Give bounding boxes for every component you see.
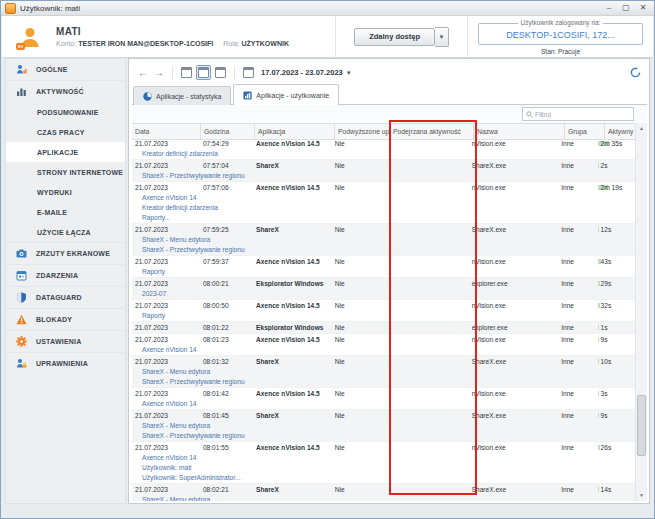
tab-label: Aplikacje - statystyka — [156, 93, 221, 100]
column-header-aplikacja[interactable]: Aplikacja — [255, 124, 335, 139]
sidebar-item-zrzuty-ekranowe[interactable]: ZRZUTY EKRANOWE — [6, 242, 125, 264]
cell-group: Inne — [558, 444, 597, 451]
table-row[interactable]: 21.07.202307:57:04ShareXNie-ShareX.exeIn… — [132, 160, 636, 182]
grid-scrollbar[interactable]: ▲ ▼ — [635, 123, 647, 501]
close-button[interactable]: ✕ — [636, 3, 650, 14]
remote-access-button[interactable]: Zdalny dostęp — [354, 28, 435, 46]
cell-time: 08:01:45 — [200, 412, 253, 419]
tab-label: Aplikacje - użytkowanie — [256, 92, 329, 99]
sidebar-item-czas-pracy[interactable]: CZAS PRACY — [6, 122, 125, 142]
table-row[interactable]: 21.07.202308:01:42Axence nVision 14.5Nie… — [132, 388, 636, 410]
cell-suspicious: - — [386, 358, 469, 365]
tab-usage-icon — [243, 91, 252, 100]
table-row[interactable]: 21.07.202308:01:22Eksplorator WindowsNie… — [132, 322, 636, 334]
cell-app: Axence nVision 14.5 — [253, 258, 332, 265]
sidebar-item-aktywność[interactable]: AKTYWNOŚĆ — [6, 80, 125, 102]
sidebar-item-label: BLOKADY — [36, 316, 72, 323]
camera-icon — [16, 248, 27, 259]
sidebar-item-dataguard[interactable]: DATAGUARD — [6, 286, 125, 308]
grid-rows: 21.07.202307:54:29Axence nVision 14.5Nie… — [132, 138, 636, 501]
table-row[interactable]: 21.07.202307:54:29Axence nVision 14.5Nie… — [132, 138, 636, 160]
cell-time: 07:54:29 — [200, 140, 253, 147]
remote-access-dropdown[interactable]: ▼ — [435, 27, 449, 47]
table-row[interactable]: 21.07.202308:00:21Eksplorator WindowsNie… — [132, 278, 636, 300]
filter-field[interactable] — [522, 107, 634, 121]
table-row[interactable]: 21.07.202308:01:55Axence nVision 14.5Nie… — [132, 442, 636, 484]
column-header-grupa[interactable]: Grupa — [565, 124, 605, 139]
cell-active: 29s — [598, 280, 636, 287]
filter-input[interactable] — [533, 110, 630, 119]
sidebar-item-zdarzenia[interactable]: ZDARZENIA — [6, 264, 125, 286]
sidebar-item-użycie-łącza[interactable]: UŻYCIE ŁĄCZA — [6, 222, 125, 242]
sidebar-item-strony-internetowe[interactable]: STRONY INTERNETOWE — [6, 162, 125, 182]
cell-active: 10s — [598, 358, 636, 365]
back-arrow-icon[interactable]: ← — [138, 66, 148, 80]
cell-app: Axence nVision 14.5 — [253, 336, 332, 343]
cell-active: 9s — [598, 336, 636, 343]
refresh-icon[interactable] — [630, 67, 641, 78]
sidebar-item-aplikacje[interactable]: APLIKACJE — [6, 142, 125, 162]
tab-aplikacje-użytkowanie[interactable]: Aplikacje - użytkowanie — [233, 84, 339, 105]
sidebar-item-uprawnienia[interactable]: UPRAWNIENIA — [6, 352, 125, 374]
window-title-subline: ShareX - Menu edytora — [132, 495, 636, 501]
sidebar-item-podsumowanie[interactable]: PODSUMOWANIE — [6, 102, 125, 122]
window-title-subline: Axence nVision 14 — [132, 399, 636, 409]
forward-arrow-icon[interactable]: → — [154, 66, 164, 80]
applications-grid: DataGodzinaAplikacjaPodwyższone uprawnie… — [132, 105, 647, 501]
column-header-podwyższone-uprawnienia[interactable]: Podwyższone uprawnienia — [335, 124, 390, 139]
cell-suspicious: - — [386, 336, 469, 343]
cell-name: nVision.exe — [469, 258, 559, 265]
tab-aplikacje-statystyka[interactable]: Aplikacje - statystyka — [133, 86, 231, 105]
date-range[interactable]: 17.07.2023 - 23.07.2023 — [261, 68, 343, 77]
cell-name: nVision.exe — [469, 336, 559, 343]
user-lock-icon — [16, 358, 27, 369]
cell-name: explorer.exe — [469, 280, 559, 287]
maximize-button[interactable]: ▢ — [619, 3, 633, 14]
date-range-caret-icon[interactable]: ▼ — [346, 70, 352, 76]
role-value: UŻYTKOWNIK — [242, 40, 289, 47]
table-row[interactable]: 21.07.202307:57:06Axence nVision 14.5Nie… — [132, 182, 636, 224]
table-row[interactable]: 21.07.202307:59:25ShareXNie-ShareX.exeIn… — [132, 224, 636, 256]
activity-bar — [598, 413, 599, 418]
cell-date: 21.07.2023 — [132, 390, 200, 397]
table-row[interactable]: 21.07.202307:59:37Axence nVision 14.5Nie… — [132, 256, 636, 278]
date-range-calendar-icon[interactable] — [241, 65, 256, 80]
sidebar-item-ogólne[interactable]: OGÓLNE — [6, 59, 125, 80]
cell-group: Inne — [558, 324, 597, 331]
column-header-data[interactable]: Data — [132, 124, 201, 139]
cell-name: explorer.exe — [469, 324, 559, 331]
table-row[interactable]: 21.07.202308:01:23Axence nVision 14.5Nie… — [132, 334, 636, 356]
table-row[interactable]: 21.07.202308:01:32ShareXNie-ShareX.exeIn… — [132, 356, 636, 388]
column-header-godzina[interactable]: Godzina — [201, 124, 255, 139]
cell-suspicious: - — [386, 390, 469, 397]
logged-on-host-link[interactable]: DESKTOP-1COSIFI, 172... — [483, 30, 638, 40]
table-row[interactable]: 21.07.202308:00:50Axence nVision 14.5Nie… — [132, 300, 636, 322]
calendar-week-button[interactable] — [196, 65, 211, 80]
cell-time: 08:00:21 — [200, 280, 253, 287]
sidebar-item-label: PODSUMOWANIE — [37, 109, 99, 116]
cell-suspicious: - — [386, 444, 469, 451]
sidebar-item-ustawienia[interactable]: USTAWIENIA — [6, 330, 125, 352]
calendar-day-button[interactable] — [179, 65, 194, 80]
scroll-thumb[interactable] — [637, 395, 646, 455]
cell-date: 21.07.2023 — [132, 336, 200, 343]
column-header-nazwa[interactable]: Nazwa — [474, 124, 565, 139]
table-row[interactable]: 21.07.202308:01:45ShareXNie-ShareX.exeIn… — [132, 410, 636, 442]
sidebar-item-e-maile[interactable]: E-MAILE — [6, 202, 125, 222]
table-row[interactable]: 21.07.202308:02:21ShareXNie-ShareX.exeIn… — [132, 484, 636, 501]
window-title-subline: ShareX - Przechwytywanie regionu — [132, 377, 636, 387]
cell-suspicious: - — [386, 258, 469, 265]
cell-suspicious: - — [386, 226, 469, 233]
scroll-down-icon[interactable]: ▼ — [636, 490, 647, 501]
scroll-up-icon[interactable]: ▲ — [636, 123, 647, 134]
minimize-button[interactable]: – — [602, 3, 616, 14]
calendar-month-button[interactable] — [213, 65, 228, 80]
user-avatar-icon: SV — [18, 25, 42, 49]
column-header-podejrzana-aktywność[interactable]: Podejrzana aktywność — [390, 124, 474, 139]
sidebar-item-wydruki[interactable]: WYDRUKI — [6, 182, 125, 202]
shield-icon — [16, 292, 27, 303]
cell-date: 21.07.2023 — [132, 444, 200, 451]
sidebar-item-label: USTAWIENIA — [36, 338, 81, 345]
warning-icon — [16, 314, 27, 325]
sidebar-item-blokady[interactable]: BLOKADY — [6, 308, 125, 330]
